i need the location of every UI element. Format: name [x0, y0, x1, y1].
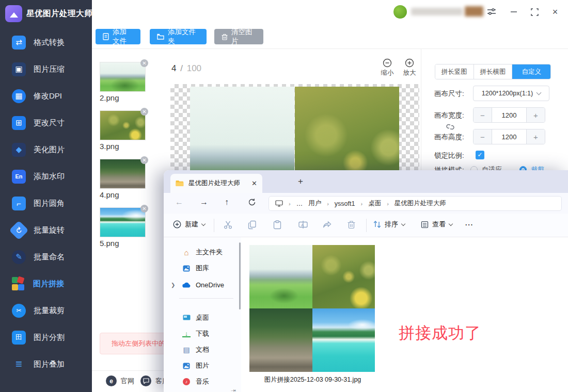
zoom-out-control[interactable]: 缩小	[378, 58, 397, 77]
height-decrease-button[interactable]: −	[474, 129, 492, 144]
stitched-file-thumbnail[interactable]	[249, 245, 375, 372]
remove-image-icon[interactable]: ✕	[140, 59, 148, 67]
thumbnail-2png[interactable]: ✕	[100, 62, 146, 92]
thumbnail-4png[interactable]: ✕	[100, 159, 146, 189]
sidebar-item-onedrive[interactable]: ❯ OneDrive	[164, 278, 241, 291]
forward-icon[interactable]: →	[200, 198, 208, 207]
sidebar-item-music[interactable]: ♪ 音乐 📌︎	[164, 375, 241, 388]
tab-close-icon[interactable]: ✕	[251, 179, 257, 187]
breadcrumb-yssoft1[interactable]: yssoft1	[335, 200, 355, 207]
tab-long-horizontal[interactable]: 拼长横图	[474, 64, 513, 79]
official-site-link[interactable]: e 官网	[106, 375, 134, 386]
height-increase-button[interactable]: +	[526, 129, 545, 144]
stitched-file-name[interactable]: 图片拼接2025-12-03 09-30-31.jpg	[239, 375, 386, 384]
sidebar-item-desktop[interactable]: 桌面 📌︎	[164, 311, 241, 324]
plus-circle-icon	[173, 220, 181, 228]
grid-image-flowers	[312, 245, 375, 308]
user-avatar[interactable]	[393, 5, 407, 19]
add-folder-button[interactable]: 添加文件夹	[150, 29, 207, 44]
settings-sliders-icon[interactable]	[486, 6, 497, 18]
sidebar-item-pictures[interactable]: 图片 📌︎	[164, 359, 241, 372]
sidebar-item-image-overlay[interactable]: ≡ 图片叠加	[0, 351, 92, 378]
tab-long-vertical[interactable]: 拼长竖图	[435, 64, 474, 79]
sidebar-scrollbar[interactable]	[239, 242, 241, 309]
sidebar-item-modify-dpi[interactable]: ▦ 修改DPI	[0, 83, 92, 109]
sidebar-item-image-split[interactable]: 田 图片分割	[0, 324, 92, 351]
sidebar-item-home[interactable]: ⌂ 主文件夹	[164, 246, 241, 259]
format-convert-icon: ⇄	[12, 36, 26, 50]
breadcrumb-desktop[interactable]: 桌面	[368, 199, 381, 208]
cut-icon[interactable]	[224, 220, 233, 230]
breadcrumb-current-folder[interactable]: 星优图片处理大师	[395, 199, 446, 208]
app-logo-icon	[5, 5, 22, 22]
canvas-width-value[interactable]: 1200	[492, 108, 526, 122]
expand-chevron-icon[interactable]: ❯	[171, 282, 175, 288]
sidebar-item-label: 图片分割	[34, 333, 65, 342]
sidebar-item-label: 音乐	[196, 377, 209, 386]
file-explorer-window: 星优图片处理大师 ✕ + ← → ↑ › … 用户 ›	[164, 170, 568, 392]
sidebar-item-documents[interactable]: ▤ 文档 📌︎	[164, 343, 241, 356]
folder-icon	[176, 180, 184, 187]
file-name-label: 2.png	[100, 93, 119, 102]
sidebar-item-label: 主文件夹	[196, 248, 223, 257]
sidebar-item-resize[interactable]: ⊞ 更改尺寸	[0, 109, 92, 136]
remove-image-icon[interactable]: ✕	[140, 156, 148, 164]
canvas-width-stepper: − 1200 +	[473, 107, 545, 123]
maximize-button[interactable]	[529, 6, 540, 18]
back-icon[interactable]: ←	[175, 198, 183, 207]
view-button[interactable]: 查看	[421, 220, 452, 229]
canvas-height-label: 画布高度:	[434, 133, 464, 142]
width-increase-button[interactable]: +	[526, 108, 545, 122]
explorer-tab[interactable]: 星优图片处理大师 ✕	[170, 174, 262, 193]
sidebar-item-label: 格式转换	[34, 38, 65, 47]
thumbnail-3png[interactable]: ✕	[100, 110, 146, 140]
explorer-titlebar[interactable]: 星优图片处理大师 ✕ +	[164, 170, 568, 193]
this-pc-icon	[275, 200, 283, 207]
up-icon[interactable]: ↑	[225, 198, 229, 207]
add-file-button[interactable]: 添加文件	[96, 29, 140, 44]
sidebar-item-gallery[interactable]: 图库	[164, 262, 241, 275]
zoom-in-control[interactable]: 放大	[400, 58, 419, 77]
chevron-down-icon	[449, 221, 453, 225]
new-tab-button[interactable]: +	[298, 176, 303, 187]
delete-icon[interactable]	[348, 220, 355, 229]
canvas-size-select[interactable]: 1200*1200px(1:1)	[473, 86, 549, 101]
paste-icon[interactable]	[273, 220, 281, 230]
sidebar-item-watermark[interactable]: En 添加水印	[0, 163, 92, 190]
sidebar-item-batch-crop[interactable]: ✂ 批量裁剪	[0, 297, 92, 324]
sidebar-item-image-stitch[interactable]: 图片拼接	[0, 270, 92, 297]
refresh-icon[interactable]	[248, 198, 256, 206]
close-button[interactable]: ×	[549, 6, 561, 18]
sidebar-item-batch-rotate[interactable]: ↻ 批量旋转	[0, 217, 92, 243]
breadcrumb-ellipsis[interactable]: …	[296, 200, 303, 207]
sidebar-item-image-compress[interactable]: ▣ 图片压缩	[0, 56, 92, 83]
clear-images-button[interactable]: 清空图片	[214, 29, 263, 44]
sidebar-item-beautify[interactable]: ◆ 美化图片	[0, 136, 92, 163]
copy-icon[interactable]	[248, 220, 257, 230]
sort-arrows-icon	[373, 220, 381, 228]
batch-rotate-icon: ↻	[9, 220, 28, 240]
more-options-button[interactable]: ⋯	[465, 220, 474, 230]
address-bar[interactable]: › … 用户 › yssoft1 › 桌面 › 星优图片处理大师	[269, 196, 562, 211]
sidebar-item-downloads[interactable]: ↓ 下载 📌︎	[164, 327, 241, 340]
sidebar-item-round-corner[interactable]: ⌐ 图片圆角	[0, 190, 92, 217]
remove-image-icon[interactable]: ✕	[140, 108, 148, 116]
official-site-icon: e	[106, 375, 117, 386]
rename-icon[interactable]: A	[298, 220, 308, 229]
sidebar-item-label: OneDrive	[196, 281, 224, 289]
sort-button-label: 排序	[385, 220, 398, 229]
remove-image-icon[interactable]: ✕	[140, 205, 148, 213]
lock-ratio-checkbox[interactable]: ✓	[476, 151, 484, 159]
width-decrease-button[interactable]: −	[474, 108, 492, 122]
sidebar-item-format-convert[interactable]: ⇄ 格式转换	[0, 29, 92, 56]
thumbnail-5png[interactable]: ✕	[100, 207, 146, 237]
new-button[interactable]: 新建	[173, 220, 205, 229]
desktop-icon	[182, 315, 191, 321]
canvas-height-value[interactable]: 1200	[492, 129, 526, 144]
minimize-button[interactable]	[508, 6, 519, 18]
share-icon[interactable]	[323, 220, 332, 228]
sort-button[interactable]: 排序	[373, 220, 405, 229]
tab-custom[interactable]: 自定义	[512, 64, 550, 79]
sidebar-item-batch-rename[interactable]: ✎ 批量命名	[0, 243, 92, 270]
breadcrumb-users[interactable]: 用户	[308, 199, 321, 208]
